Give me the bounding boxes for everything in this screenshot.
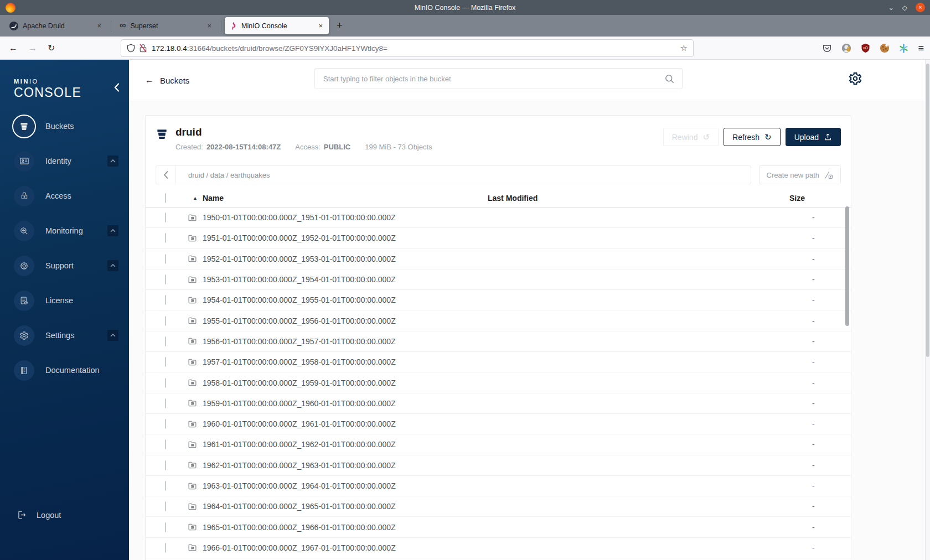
row-checkbox[interactable] xyxy=(165,212,166,222)
object-name-label[interactable]: 1955-01-01T00:00:00.000Z_1956-01-01T00:0… xyxy=(203,317,396,325)
row-checkbox[interactable] xyxy=(165,316,166,326)
row-checkbox[interactable] xyxy=(165,357,166,367)
select-all-checkbox[interactable] xyxy=(165,193,166,203)
object-name-label[interactable]: 1950-01-01T00:00:00.000Z_1951-01-01T00:0… xyxy=(203,213,396,222)
object-table-row[interactable]: 1966-01-01T00:00:00.000Z_1967-01-01T00:0… xyxy=(146,538,851,558)
tab-minio-console[interactable]: MinIO Console × xyxy=(225,17,329,34)
forward-button[interactable]: → xyxy=(28,42,37,54)
row-checkbox[interactable] xyxy=(165,378,166,388)
reload-button[interactable]: ↻ xyxy=(48,42,55,54)
sidebar-item-documentation[interactable]: Documentation xyxy=(14,359,123,381)
tab-apache-druid[interactable]: Apache Druid × xyxy=(4,17,107,34)
settings-gear-icon[interactable] xyxy=(848,71,862,86)
hamburger-menu-icon[interactable]: ≡ xyxy=(918,43,924,54)
object-table-row[interactable]: 1960-01-01T00:00:00.000Z_1961-01-01T00:0… xyxy=(146,414,851,434)
cookie-extension-icon[interactable] xyxy=(880,43,890,53)
object-name-label[interactable]: 1960-01-01T00:00:00.000Z_1961-01-01T00:0… xyxy=(203,419,396,428)
sort-ascending-icon[interactable]: ▲ xyxy=(193,195,198,201)
row-checkbox[interactable] xyxy=(165,295,166,305)
object-table-row[interactable]: 1963-01-01T00:00:00.000Z_1964-01-01T00:0… xyxy=(146,476,851,496)
shield-icon[interactable] xyxy=(127,44,135,53)
chevron-up-icon[interactable] xyxy=(107,155,118,167)
search-input[interactable] xyxy=(315,75,664,83)
sidebar-item-buckets[interactable]: Buckets xyxy=(14,115,123,137)
row-checkbox[interactable] xyxy=(165,439,166,449)
object-name-label[interactable]: 1964-01-01T00:00:00.000Z_1965-01-01T00:0… xyxy=(203,502,396,511)
row-checkbox[interactable] xyxy=(165,522,166,532)
row-checkbox[interactable] xyxy=(165,543,166,553)
object-table-row[interactable]: 1953-01-01T00:00:00.000Z_1954-01-01T00:0… xyxy=(146,269,851,290)
page-scrollbar[interactable] xyxy=(925,60,930,560)
object-table-row[interactable]: 1965-01-01T00:00:00.000Z_1966-01-01T00:0… xyxy=(146,517,851,537)
chevron-up-icon[interactable] xyxy=(107,260,118,271)
object-name-label[interactable]: 1958-01-01T00:00:00.000Z_1959-01-01T00:0… xyxy=(203,378,396,387)
insecure-lock-icon[interactable] xyxy=(140,44,147,53)
row-checkbox[interactable] xyxy=(165,419,166,429)
tab-close-icon[interactable]: × xyxy=(96,22,102,30)
object-table-row[interactable]: 1962-01-01T00:00:00.000Z_1963-01-01T00:0… xyxy=(146,455,851,476)
bookmark-star-icon[interactable]: ☆ xyxy=(680,43,688,53)
object-name-label[interactable]: 1957-01-01T00:00:00.000Z_1958-01-01T00:0… xyxy=(203,357,396,366)
object-table-row[interactable]: 1950-01-01T00:00:00.000Z_1951-01-01T00:0… xyxy=(146,208,851,228)
back-to-buckets-link[interactable]: ← Buckets xyxy=(145,75,189,85)
row-checkbox[interactable] xyxy=(165,233,166,243)
object-table-row[interactable]: 1958-01-01T00:00:00.000Z_1959-01-01T00:0… xyxy=(146,372,851,393)
object-name-label[interactable]: 1956-01-01T00:00:00.000Z_1957-01-01T00:0… xyxy=(203,337,396,346)
column-header-size[interactable]: Size xyxy=(789,194,851,203)
back-button[interactable]: ← xyxy=(9,42,18,54)
row-checkbox[interactable] xyxy=(165,481,166,491)
window-minimize-button[interactable]: ⌄ xyxy=(888,4,894,11)
object-table-row[interactable]: 1955-01-01T00:00:00.000Z_1956-01-01T00:0… xyxy=(146,310,851,331)
ublock-origin-icon[interactable]: uO xyxy=(861,43,870,53)
extension-asterisk-icon[interactable] xyxy=(899,44,908,53)
sidebar-item-identity[interactable]: Identity xyxy=(14,150,123,172)
column-header-name[interactable]: Name xyxy=(203,194,224,203)
window-maximize-button[interactable]: ◇ xyxy=(902,4,907,11)
privacy-extension-icon[interactable] xyxy=(841,43,851,53)
object-name-label[interactable]: 1954-01-01T00:00:00.000Z_1955-01-01T00:0… xyxy=(203,295,396,304)
tab-superset[interactable]: ∞ Superset × xyxy=(115,17,218,34)
object-table-row[interactable]: 1961-01-01T00:00:00.000Z_1962-01-01T00:0… xyxy=(146,434,851,455)
sidebar-item-license[interactable]: License xyxy=(14,289,123,312)
sidebar-item-monitoring[interactable]: Monitoring xyxy=(14,220,123,242)
sidebar-item-access[interactable]: Access xyxy=(14,185,123,207)
upload-button[interactable]: Upload xyxy=(786,128,841,146)
row-checkbox[interactable] xyxy=(165,398,166,408)
create-new-path-button[interactable]: Create new path xyxy=(759,165,841,184)
row-checkbox[interactable] xyxy=(165,274,166,284)
tab-close-icon[interactable]: × xyxy=(206,22,213,30)
object-name-label[interactable]: 1966-01-01T00:00:00.000Z_1967-01-01T00:0… xyxy=(203,543,396,552)
sidebar-collapse-icon[interactable] xyxy=(114,83,120,92)
row-checkbox[interactable] xyxy=(165,336,166,346)
object-name-label[interactable]: 1951-01-01T00:00:00.000Z_1952-01-01T00:0… xyxy=(203,234,396,242)
object-name-label[interactable]: 1952-01-01T00:00:00.000Z_1953-01-01T00:0… xyxy=(203,255,396,263)
tab-close-icon[interactable]: × xyxy=(317,22,324,30)
column-header-last-modified[interactable]: Last Modified xyxy=(488,194,789,203)
object-table-row[interactable]: 1952-01-01T00:00:00.000Z_1953-01-01T00:0… xyxy=(146,249,851,269)
object-name-label[interactable]: 1963-01-01T00:00:00.000Z_1964-01-01T00:0… xyxy=(203,481,396,490)
object-table-row[interactable]: 1956-01-01T00:00:00.000Z_1957-01-01T00:0… xyxy=(146,331,851,352)
chevron-up-icon[interactable] xyxy=(107,330,118,341)
pocket-icon[interactable] xyxy=(822,43,832,53)
table-scrollbar-thumb[interactable] xyxy=(845,206,849,326)
url-bar[interactable]: 172.18.0.4:31664/buckets/druid/browse/ZG… xyxy=(121,39,694,57)
object-table-row[interactable]: 1957-01-01T00:00:00.000Z_1958-01-01T00:0… xyxy=(146,352,851,372)
row-checkbox[interactable] xyxy=(165,460,166,470)
rewind-button[interactable]: Rewind ↺ xyxy=(663,128,719,146)
object-table-row[interactable]: 1959-01-01T00:00:00.000Z_1960-01-01T00:0… xyxy=(146,393,851,414)
sidebar-item-settings[interactable]: Settings xyxy=(14,324,123,346)
object-table-row[interactable]: 1964-01-01T00:00:00.000Z_1965-01-01T00:0… xyxy=(146,496,851,517)
page-scrollbar-thumb[interactable] xyxy=(926,64,929,357)
object-name-label[interactable]: 1959-01-01T00:00:00.000Z_1960-01-01T00:0… xyxy=(203,399,396,408)
row-checkbox[interactable] xyxy=(165,254,166,264)
path-back-button[interactable] xyxy=(156,166,176,184)
window-close-button[interactable]: × xyxy=(916,3,925,12)
object-name-label[interactable]: 1961-01-01T00:00:00.000Z_1962-01-01T00:0… xyxy=(203,440,396,449)
object-name-label[interactable]: 1965-01-01T00:00:00.000Z_1966-01-01T00:0… xyxy=(203,523,396,532)
sidebar-item-logout[interactable]: Logout xyxy=(17,510,61,520)
refresh-button[interactable]: Refresh ↻ xyxy=(724,128,781,146)
new-tab-button[interactable]: + xyxy=(337,20,343,32)
object-table-row[interactable]: 1951-01-01T00:00:00.000Z_1952-01-01T00:0… xyxy=(146,228,851,248)
row-checkbox[interactable] xyxy=(165,501,166,511)
object-name-label[interactable]: 1953-01-01T00:00:00.000Z_1954-01-01T00:0… xyxy=(203,275,396,284)
